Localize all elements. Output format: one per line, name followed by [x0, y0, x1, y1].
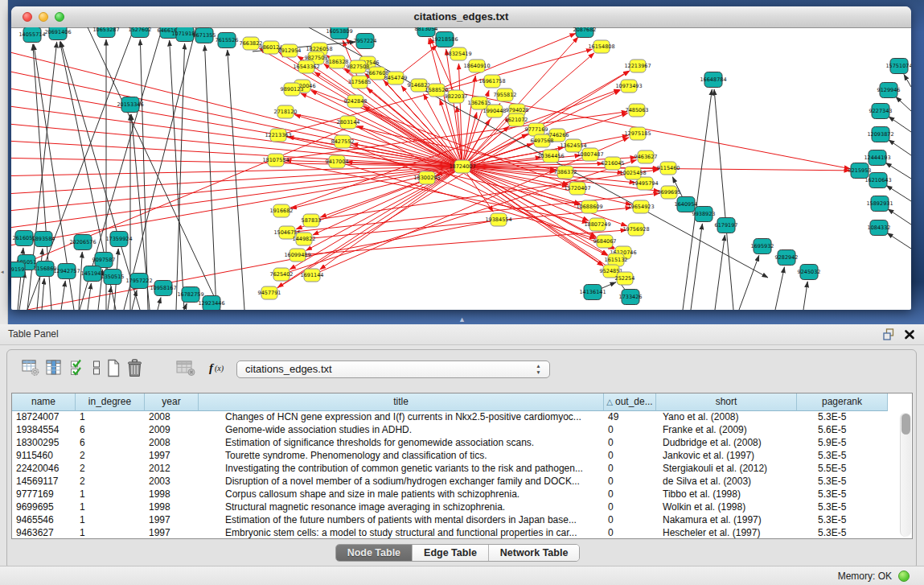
graph-edge: [88, 283, 91, 310]
graph-edge: [184, 303, 187, 310]
table-cell: 1998: [145, 488, 199, 501]
select-rows-icon[interactable]: [70, 359, 84, 380]
table-cell: Stergiakouli et al. (2012): [656, 463, 797, 476]
table-cell: 1: [76, 527, 145, 539]
table-vertical-scrollbar[interactable]: [900, 413, 911, 537]
column-header-out-de-[interactable]: △out_de...: [604, 393, 656, 411]
table-cell: Changes of HCN gene expression and I(f) …: [199, 411, 604, 424]
table-row[interactable]: 1830029562008Estimation of significance …: [12, 437, 912, 450]
graph-edge: [889, 140, 911, 155]
import-table-icon[interactable]: [176, 359, 196, 380]
graph-node-label: 16543362: [293, 64, 319, 70]
table-cell: 5.3E-5: [797, 476, 888, 488]
column-header-in-degree[interactable]: in_degree: [76, 393, 145, 411]
table-cell: 5.6E-5: [797, 424, 888, 437]
scrollbar-thumb[interactable]: [901, 414, 910, 435]
graph-edge: [889, 117, 911, 132]
table-row[interactable]: 977716911998Corpus callosum shape and si…: [12, 488, 912, 501]
table-settings-icon[interactable]: [22, 359, 40, 380]
graph-node-label: 20364456: [537, 153, 564, 159]
graph-node-label: 10688609: [576, 204, 602, 210]
table-tabs: Node TableEdge TableNetwork Table: [7, 544, 908, 562]
graph-edge: [311, 170, 659, 220]
table-cell: 2009: [145, 424, 199, 437]
graph-node-label: 9097587: [92, 257, 116, 263]
table-cell: 5.3E-5: [797, 450, 888, 463]
table-row[interactable]: 2242004622012Investigating the contribut…: [12, 463, 912, 476]
graph-node-label: 9227343: [869, 108, 893, 114]
table-cell: 9115460: [12, 450, 76, 463]
column-header-pagerank[interactable]: pagerank: [797, 393, 888, 411]
table-column-icon[interactable]: [46, 359, 62, 380]
splitter-collapse-handle[interactable]: ◂: [1, 269, 6, 275]
left-splitter-strip[interactable]: ◂: [0, 0, 8, 324]
memory-status-indicator-icon[interactable]: [898, 571, 910, 582]
column-header-title[interactable]: title: [199, 393, 604, 411]
column-header-year[interactable]: year: [145, 393, 199, 411]
graph-node-label: 9282942: [775, 254, 799, 261]
graph-node-label: 12444193: [864, 154, 890, 161]
table-row[interactable]: 946554611997Estimation of the future num…: [12, 514, 912, 527]
table-cell: Genome-wide association studies in ADHD.: [199, 424, 604, 437]
graph-node-label: 16961758: [478, 78, 505, 84]
network-graph-canvas[interactable]: 1405571420691406106532871527602646616110…: [11, 27, 911, 310]
svg-text:f: f: [209, 361, 215, 374]
graph-edge: [888, 209, 911, 225]
table-cell: Dudbridge et al. (2008): [656, 437, 797, 450]
table-cell: 9465546: [12, 514, 76, 527]
status-bar: Memory: OK: [0, 566, 924, 585]
table-cell: 9777169: [12, 488, 76, 501]
table-row[interactable]: 946362711997Embryonic stem cells: a mode…: [12, 527, 912, 539]
table-row[interactable]: 969969511998Structural magnetic resonanc…: [12, 501, 912, 514]
graph-node-label: 13624554: [560, 142, 586, 149]
network-window[interactable]: citations_edges.txt 14055714206914061065…: [11, 6, 911, 310]
float-window-icon[interactable]: [883, 328, 896, 340]
graph-edge: [11, 85, 462, 167]
table-cell: 1: [76, 501, 145, 514]
row-height-icon[interactable]: [92, 359, 101, 380]
graph-node-label: 10973493: [615, 83, 642, 89]
column-header-name[interactable]: name: [12, 393, 76, 411]
table-cell: 5.3E-5: [797, 514, 888, 527]
table-row[interactable]: 1872400712008Changes of HCN gene express…: [12, 411, 912, 424]
graph-edge: [132, 290, 137, 310]
table-cell: 22420046: [12, 463, 76, 476]
graph-node-label: 9777169: [525, 126, 548, 133]
table-cell: 6: [76, 437, 145, 450]
graph-node-label: 9890123: [281, 86, 304, 93]
tab-network-table[interactable]: Network Table: [489, 545, 580, 561]
table-cell: 9463627: [12, 527, 76, 539]
graph-node-label: 8813054: [415, 27, 438, 32]
combo-stepper-icon[interactable]: ▲▼: [535, 363, 542, 376]
graph-node-label: 9684067: [593, 238, 617, 245]
column-header-short[interactable]: short: [656, 393, 797, 411]
table-row[interactable]: 1456911722003Disruption of a novel membe…: [12, 476, 912, 488]
graph-edge: [462, 76, 475, 167]
table-cell: Hescheler et al. (1997): [656, 527, 797, 539]
table-cell: 2: [76, 450, 145, 463]
table-cell: 0: [604, 514, 656, 527]
graph-node-label: 7957224: [354, 38, 377, 44]
tab-node-table[interactable]: Node Table: [336, 545, 413, 561]
table-cell: 2008: [145, 437, 199, 450]
table-cell: Corpus callosum shape and size in male p…: [199, 488, 604, 501]
graph-node-label: 2718120: [274, 109, 298, 115]
table-cell: 6: [76, 424, 145, 437]
table-row[interactable]: 1938455462009Genome-wide association stu…: [12, 424, 912, 437]
tab-edge-table[interactable]: Edge Table: [413, 545, 489, 561]
graph-node-label: 18640910: [463, 63, 490, 69]
table-source-select[interactable]: citations_edges.txt ▲▼: [236, 360, 550, 378]
table-cell: 2: [76, 476, 145, 488]
graph-node-label: 19654923: [627, 204, 654, 210]
table-cell: 0: [604, 501, 656, 514]
function-builder-icon[interactable]: f(x): [208, 359, 229, 380]
table-cell: 1: [76, 514, 145, 527]
table-panel-header: Table Panel: [0, 324, 924, 345]
graph-edge: [885, 163, 911, 179]
new-file-icon[interactable]: [106, 359, 121, 381]
table-cell: 1: [76, 488, 145, 501]
delete-icon[interactable]: [126, 359, 143, 381]
table-row[interactable]: 911546021997Tourette syndrome. Phenomeno…: [12, 450, 912, 463]
close-icon[interactable]: [904, 328, 915, 340]
split-divider-handle[interactable]: ▲: [458, 315, 466, 323]
